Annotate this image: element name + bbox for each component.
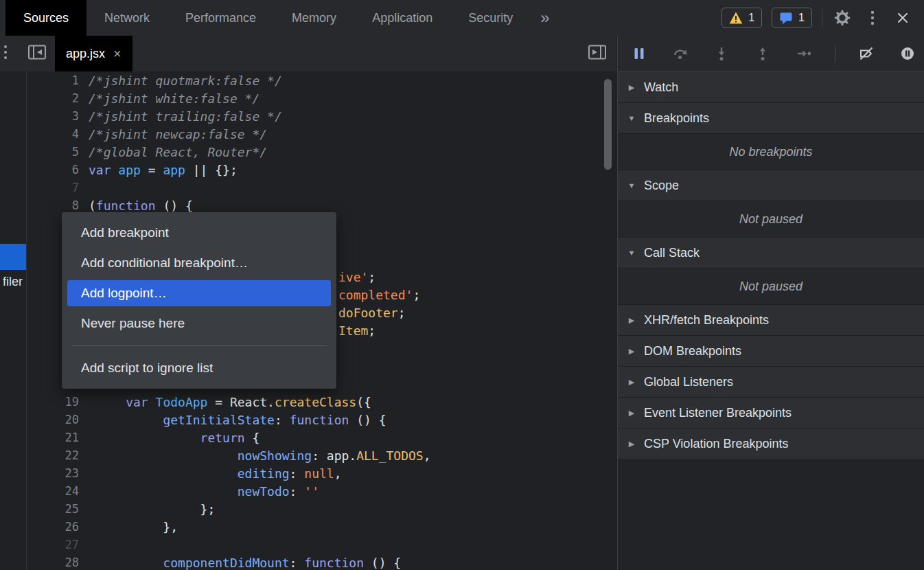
pause-button[interactable] xyxy=(629,43,649,64)
code-text[interactable]: newTodo: '' xyxy=(89,484,319,499)
menu-item-never-pause-here[interactable]: Never pause here xyxy=(62,308,336,339)
tab-performance[interactable]: Performance xyxy=(168,0,274,36)
navigator-strip[interactable]: filer xyxy=(0,71,27,570)
line-number[interactable]: 21 xyxy=(27,431,89,444)
step-into-icon xyxy=(713,45,730,62)
line-number[interactable]: 3 xyxy=(27,109,89,123)
code-text[interactable]: (function () { xyxy=(89,198,193,213)
section-csp-violation-breakpoints[interactable]: ▶CSP Violation Breakpoints xyxy=(618,429,924,459)
line-number[interactable]: 25 xyxy=(27,502,89,516)
close-tab-icon[interactable]: × xyxy=(113,47,122,60)
menu-item-add-breakpoint[interactable]: Add breakpoint xyxy=(62,218,336,248)
step-out-button[interactable] xyxy=(752,43,773,64)
devtools-menu-button[interactable] xyxy=(862,8,883,28)
code-line: 6var app = app || {}; xyxy=(27,161,616,179)
section-dom-breakpoints[interactable]: ▶DOM Breakpoints xyxy=(618,336,924,367)
breakpoint-context-menu: Add breakpointAdd conditional breakpoint… xyxy=(62,212,336,389)
code-text[interactable]: var app = app || {}; xyxy=(89,163,238,177)
code-line: 22 nowShowing: app.ALL_TODOS, xyxy=(27,446,616,464)
section-label: Breakpoints xyxy=(644,111,709,126)
deactivate-breakpoints-button[interactable] xyxy=(856,43,877,64)
warnings-badge[interactable]: 1 xyxy=(721,8,762,28)
tab-sources[interactable]: Sources xyxy=(5,0,86,36)
warning-icon xyxy=(729,11,743,25)
code-text[interactable]: }; xyxy=(89,502,215,516)
pause-icon xyxy=(632,46,646,61)
line-number[interactable]: 20 xyxy=(27,413,89,426)
line-number[interactable]: 1 xyxy=(27,73,89,87)
line-number[interactable]: 8 xyxy=(27,198,89,212)
debugger-sections: ▶Watch▼BreakpointsNo breakpoints▼ScopeNo… xyxy=(618,72,924,570)
code-line: 1/*jshint quotmark:false */ xyxy=(27,71,616,89)
code-text[interactable]: /*jshint quotmark:false */ xyxy=(89,73,282,88)
section-label: DOM Breakpoints xyxy=(644,344,741,358)
section-watch[interactable]: ▶Watch xyxy=(618,72,924,103)
toolbar-actions: 1 1 xyxy=(721,0,924,36)
chevron-down-icon: ▼ xyxy=(626,114,637,122)
settings-button[interactable] xyxy=(832,8,853,28)
code-line: 27 xyxy=(27,536,616,554)
messages-badge[interactable]: 1 xyxy=(772,8,812,28)
tab-app-jsx[interactable]: app.jsx × xyxy=(55,36,132,71)
close-devtools-button[interactable] xyxy=(892,8,913,28)
tab-network[interactable]: Network xyxy=(86,0,168,36)
line-number[interactable]: 23 xyxy=(27,466,89,480)
section-call-stack[interactable]: ▼Call Stack xyxy=(618,238,924,269)
code-text[interactable]: getInitialState: function () { xyxy=(89,413,386,427)
show-debugger-panel-button[interactable] xyxy=(588,44,607,63)
line-number[interactable]: 4 xyxy=(27,127,89,141)
section-global-listeners[interactable]: ▶Global Listeners xyxy=(618,367,924,398)
code-line: 28 componentDidMount: function () { xyxy=(27,554,616,570)
navigator-menu-button[interactable] xyxy=(3,43,8,64)
navigator-selected-file[interactable] xyxy=(0,244,26,270)
main-toolbar: SourcesNetworkPerformanceMemoryApplicati… xyxy=(0,0,924,36)
code-text[interactable]: /*global React, Router*/ xyxy=(89,145,267,159)
warning-count: 1 xyxy=(748,12,754,24)
line-number[interactable]: 26 xyxy=(27,520,89,534)
line-number[interactable]: 5 xyxy=(27,145,89,159)
tab-memory[interactable]: Memory xyxy=(274,0,354,36)
code-text[interactable]: componentDidMount: function () { xyxy=(89,556,401,570)
line-number[interactable]: 24 xyxy=(27,484,89,498)
step-into-button[interactable] xyxy=(711,43,732,64)
line-number[interactable]: 27 xyxy=(27,538,89,551)
section-xhr-fetch-breakpoints[interactable]: ▶XHR/fetch Breakpoints xyxy=(618,305,924,336)
code-text[interactable]: /*jshint white:false */ xyxy=(89,91,259,106)
hide-navigator-button[interactable] xyxy=(27,44,47,63)
debugger-toolbar xyxy=(618,36,924,72)
code-text[interactable]: return { xyxy=(89,431,259,445)
line-number[interactable]: 6 xyxy=(27,163,89,176)
step-over-button[interactable] xyxy=(670,43,691,64)
step-button[interactable] xyxy=(794,43,814,64)
section-scope[interactable]: ▼Scope xyxy=(618,170,924,201)
line-number[interactable]: 28 xyxy=(27,556,89,569)
line-number[interactable]: 22 xyxy=(27,448,89,462)
line-number[interactable]: 19 xyxy=(27,395,89,409)
message-count: 1 xyxy=(798,12,805,24)
more-tabs-icon[interactable]: » xyxy=(531,0,559,36)
tab-security[interactable]: Security xyxy=(450,0,531,36)
code-text[interactable]: var TodoApp = React.createClass({ xyxy=(89,395,371,409)
menu-item-add-logpoint[interactable]: Add logpoint… xyxy=(67,280,331,306)
code-text[interactable]: }, xyxy=(89,520,178,534)
section-label: Scope xyxy=(644,179,679,193)
line-number[interactable]: 7 xyxy=(27,181,89,194)
code-text[interactable]: editing: null, xyxy=(89,466,342,481)
code-text[interactable]: /*jshint newcap:false */ xyxy=(89,127,267,141)
section-breakpoints[interactable]: ▼Breakpoints xyxy=(618,103,924,134)
menu-item-add-script-to-ignore-list[interactable]: Add script to ignore list xyxy=(62,353,336,383)
menu-item-add-conditional-breakpoint[interactable]: Add conditional breakpoint… xyxy=(62,248,336,278)
code-text[interactable]: nowShowing: app.ALL_TODOS, xyxy=(89,448,431,463)
pause-on-exceptions-button[interactable] xyxy=(897,43,918,64)
navigator-file-label[interactable]: filer xyxy=(3,275,23,289)
section-event-listener-breakpoints[interactable]: ▶Event Listener Breakpoints xyxy=(618,398,924,429)
line-number[interactable]: 2 xyxy=(27,91,89,105)
panel-right-icon xyxy=(588,44,607,60)
code-text[interactable]: /*jshint trailing:false */ xyxy=(89,109,282,124)
section-label: XHR/fetch Breakpoints xyxy=(644,313,769,328)
chevron-right-icon: ▶ xyxy=(626,440,637,448)
code-line: 21 return { xyxy=(27,429,616,446)
tab-application[interactable]: Application xyxy=(354,0,450,36)
editor-scrollbar[interactable] xyxy=(604,79,612,170)
chevron-right-icon: ▶ xyxy=(626,378,637,387)
